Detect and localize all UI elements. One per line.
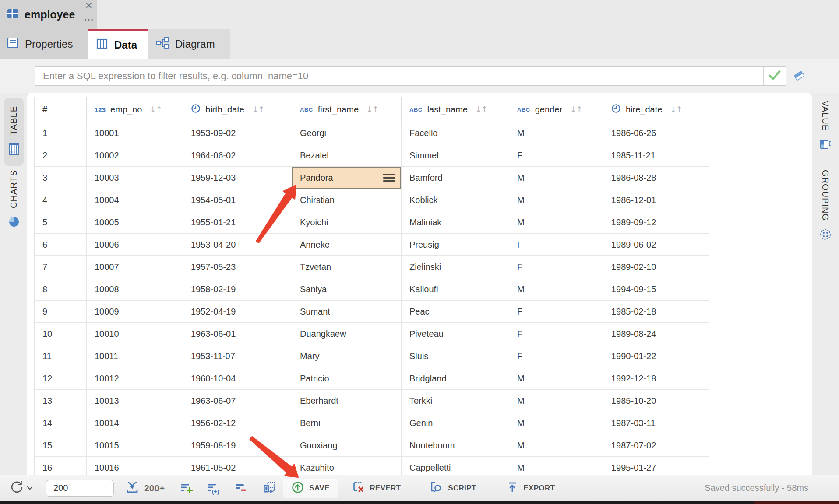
table-cell[interactable]: Terkki <box>402 390 509 412</box>
table-cell[interactable]: Nooteboom <box>402 434 509 456</box>
sort-icon[interactable]: ↓↑ <box>475 105 487 114</box>
table-cell[interactable]: M <box>509 167 603 189</box>
table-cell[interactable]: 10015 <box>87 434 183 456</box>
table-cell[interactable]: 10012 <box>87 368 183 389</box>
table-cell[interactable]: 10006 <box>87 234 183 256</box>
rail-tab-charts[interactable]: CHARTS <box>4 170 24 230</box>
table-cell[interactable]: Kalloufi <box>402 278 509 300</box>
table-cell[interactable]: 1989-06-02 <box>603 234 709 256</box>
row-number[interactable]: 6 <box>34 234 87 256</box>
table-cell[interactable]: Kyoichi <box>292 211 402 233</box>
cell-menu-icon[interactable] <box>383 174 395 182</box>
table-cell[interactable]: 1959-08-19 <box>183 434 292 456</box>
table-cell[interactable]: M <box>509 122 603 144</box>
table-cell[interactable]: 1989-02-10 <box>603 256 709 278</box>
table-cell[interactable]: Simmel <box>402 144 509 166</box>
table-cell[interactable]: 1989-09-12 <box>603 211 709 233</box>
table-cell[interactable]: 1961-05-02 <box>183 457 292 475</box>
table-cell[interactable]: 1957-05-23 <box>183 256 292 278</box>
row-number[interactable]: 1 <box>34 122 87 144</box>
column-header-hire_date[interactable]: hire_date↓↑ <box>603 97 709 122</box>
table-cell[interactable]: 1992-12-18 <box>603 368 709 389</box>
table-cell[interactable]: 1990-01-22 <box>603 345 709 367</box>
file-tab-employee[interactable]: employee <box>0 0 97 29</box>
table-cell[interactable]: 10002 <box>87 144 183 166</box>
table-cell[interactable]: 1956-02-12 <box>183 412 292 434</box>
table-cell[interactable]: F <box>509 301 603 322</box>
table-cell[interactable]: 1989-08-24 <box>603 323 709 345</box>
table-cell[interactable]: M <box>509 412 603 434</box>
apply-filter-button[interactable] <box>763 67 786 85</box>
table-cell[interactable]: 1955-01-21 <box>183 211 292 233</box>
more-tabs-icon[interactable]: ··· <box>84 15 94 25</box>
table-cell[interactable]: Cappelletti <box>402 457 509 475</box>
table-cell[interactable]: 1960-10-04 <box>183 368 292 389</box>
table-cell[interactable]: 10010 <box>87 323 183 345</box>
column-header-gender[interactable]: ABCgender↓↑ <box>509 97 603 122</box>
table-cell[interactable]: 1995-01-27 <box>603 457 709 475</box>
add-row-button[interactable] <box>179 481 194 496</box>
row-number[interactable]: 3 <box>34 167 87 189</box>
table-cell[interactable]: 10004 <box>87 189 183 211</box>
table-cell[interactable]: 1986-06-26 <box>603 122 709 144</box>
row-number[interactable]: 16 <box>34 457 87 475</box>
table-cell[interactable]: 1963-06-07 <box>183 390 292 412</box>
table-cell[interactable]: 1959-12-03 <box>183 167 292 189</box>
table-cell[interactable]: Sluis <box>402 345 509 367</box>
table-cell[interactable]: M <box>509 390 603 412</box>
table-cell[interactable]: M <box>509 278 603 300</box>
table-cell[interactable]: M <box>509 434 603 456</box>
table-cell[interactable]: 1987-07-02 <box>603 434 709 456</box>
sort-icon[interactable]: ↓↑ <box>670 105 682 114</box>
sort-icon[interactable]: ↓↑ <box>149 105 162 114</box>
table-cell[interactable]: 1953-04-20 <box>183 234 292 256</box>
column-header-first_name[interactable]: ABCfirst_name↓↑ <box>292 97 402 122</box>
table-cell[interactable]: 1958-02-19 <box>183 278 292 300</box>
table-cell[interactable]: 1954-05-01 <box>183 189 292 211</box>
delete-row-button[interactable] <box>234 481 249 496</box>
row-number[interactable]: 14 <box>34 412 87 434</box>
table-cell[interactable]: Maliniak <box>402 211 509 233</box>
table-cell[interactable]: 1987-03-11 <box>603 412 709 434</box>
column-header-last_name[interactable]: ABClast_name↓↑ <box>402 97 509 122</box>
row-number[interactable]: 4 <box>34 189 87 211</box>
row-number[interactable]: 5 <box>34 211 87 233</box>
script-button[interactable]: SCRIPT <box>421 479 484 498</box>
row-number[interactable]: 9 <box>34 301 87 322</box>
table-cell[interactable]: 10009 <box>87 301 183 322</box>
table-cell[interactable]: Bamford <box>402 167 509 189</box>
row-number[interactable]: 8 <box>34 278 87 300</box>
row-number[interactable]: 10 <box>34 323 87 345</box>
table-cell[interactable]: 1994-09-15 <box>603 278 709 300</box>
table-cell[interactable]: Patricio <box>292 368 402 389</box>
table-cell[interactable]: Bridgland <box>402 368 509 389</box>
column-header-emp_no[interactable]: 123emp_no↓↑ <box>87 97 183 122</box>
sort-icon[interactable]: ↓↑ <box>252 105 264 114</box>
table-cell[interactable]: 10011 <box>87 345 183 367</box>
table-cell[interactable]: 1953-09-02 <box>183 122 292 144</box>
table-cell[interactable]: Duangkaew <box>292 323 402 345</box>
refresh-cell-button[interactable] <box>262 481 277 496</box>
table-cell[interactable]: Kazuhito <box>292 457 402 475</box>
close-icon[interactable]: ✕ <box>85 0 93 11</box>
table-cell[interactable]: F <box>509 144 603 166</box>
table-cell[interactable]: 10001 <box>87 122 183 144</box>
table-cell[interactable]: 1986-12-01 <box>603 189 709 211</box>
column-header-rownum[interactable]: # <box>34 97 87 122</box>
table-cell[interactable]: 1985-11-21 <box>603 144 709 166</box>
table-cell[interactable]: Guoxiang <box>292 434 402 456</box>
table-cell[interactable]: F <box>509 256 603 278</box>
tab-data[interactable]: Data <box>88 29 148 59</box>
table-cell[interactable]: Saniya <box>292 278 402 300</box>
table-cell[interactable]: Zielinski <box>402 256 509 278</box>
table-cell[interactable]: Tzvetan <box>292 256 402 278</box>
save-button[interactable]: SAVE <box>283 479 337 498</box>
row-number[interactable]: 11 <box>34 345 87 367</box>
table-cell[interactable]: Piveteau <box>402 323 509 345</box>
table-cell[interactable]: 1963-06-01 <box>183 323 292 345</box>
table-cell[interactable]: 1964-06-02 <box>183 144 292 166</box>
row-number[interactable]: 12 <box>34 368 87 389</box>
table-cell[interactable]: Genin <box>402 412 509 434</box>
row-limit-input[interactable] <box>46 480 114 497</box>
table-cell[interactable]: Facello <box>402 122 509 144</box>
